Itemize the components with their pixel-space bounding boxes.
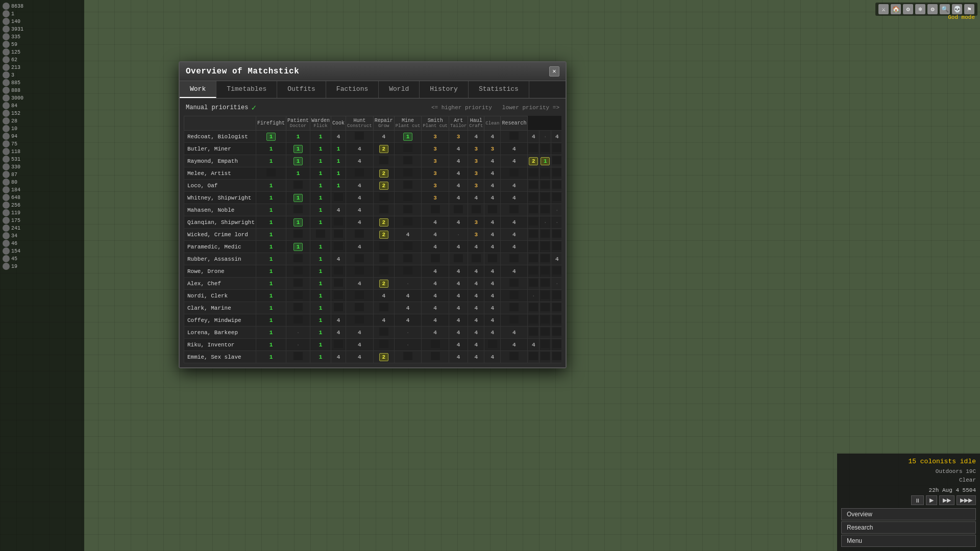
cell-empty[interactable]	[529, 193, 538, 201]
priority-cell[interactable]: 2	[379, 280, 388, 288]
work-cell-6-6[interactable]	[394, 204, 422, 216]
check-icon[interactable]: ✓	[251, 103, 256, 113]
work-cell-4-10[interactable]: 4	[484, 180, 501, 192]
priority-cell[interactable]: 4	[355, 218, 364, 227]
cell-empty[interactable]	[403, 156, 412, 164]
cell-empty[interactable]	[541, 352, 550, 360]
priority-cell[interactable]: 4	[379, 292, 388, 300]
work-cell-18-12[interactable]	[528, 351, 540, 363]
priority-cell[interactable]: 4	[355, 145, 364, 153]
work-cell-6-8[interactable]	[449, 204, 468, 216]
priority-cell[interactable]: 1	[266, 206, 276, 214]
priority-cell[interactable]: 3	[472, 169, 481, 178]
work-cell-16-3[interactable]: 4	[331, 327, 346, 339]
priority-cell[interactable]: 1	[293, 194, 303, 202]
cell-empty[interactable]	[379, 205, 388, 213]
priority-cell[interactable]: 4	[454, 194, 463, 202]
cell-empty[interactable]	[552, 193, 561, 201]
work-cell-13-1[interactable]	[286, 290, 310, 302]
work-cell-4-13[interactable]	[540, 180, 551, 192]
work-cell-15-4[interactable]	[346, 314, 374, 327]
work-cell-10-1[interactable]	[286, 253, 310, 265]
priority-cell[interactable]: 4	[431, 316, 440, 324]
cell-empty[interactable]	[529, 279, 538, 287]
work-cell-18-8[interactable]: 4	[449, 351, 468, 363]
cell-empty[interactable]	[334, 303, 343, 311]
cell-empty[interactable]	[541, 168, 550, 177]
work-cell-5-6[interactable]	[394, 192, 422, 204]
cell-empty[interactable]	[379, 303, 388, 311]
priority-cell[interactable]: 3	[472, 231, 481, 239]
work-cell-15-5[interactable]: 4	[373, 314, 394, 327]
work-cell-3-5[interactable]: 2	[373, 167, 394, 180]
work-cell-15-6[interactable]: 4	[394, 314, 422, 327]
work-cell-1-12[interactable]	[528, 143, 540, 155]
cell-empty[interactable]	[334, 230, 343, 238]
work-cell-11-10[interactable]: 4	[484, 265, 501, 278]
work-cell-3-0[interactable]	[256, 167, 286, 180]
work-cell-14-11[interactable]	[501, 302, 528, 314]
work-cell-14-10[interactable]: 4	[484, 302, 501, 314]
speed-1x[interactable]: ▶	[926, 495, 937, 505]
cell-empty[interactable]	[552, 230, 561, 238]
work-cell-5-10[interactable]: 4	[484, 192, 501, 204]
work-cell-3-10[interactable]: 4	[484, 167, 501, 180]
priority-cell[interactable]: 4	[472, 292, 481, 300]
cell-empty[interactable]	[541, 193, 550, 201]
work-cell-12-5[interactable]: 2	[373, 278, 394, 290]
work-cell-18-5[interactable]: 2	[373, 351, 394, 363]
cell-empty[interactable]	[334, 340, 343, 348]
priority-cell[interactable]: 4	[472, 329, 481, 337]
work-cell-8-8[interactable]: ·	[449, 229, 468, 241]
work-cell-9-0[interactable]: 1	[256, 241, 286, 253]
work-cell-11-6[interactable]	[394, 265, 422, 278]
work-cell-9-11[interactable]: 4	[501, 241, 528, 253]
work-cell-11-0[interactable]: 1	[256, 265, 286, 278]
work-cell-10-8[interactable]	[449, 253, 468, 265]
priority-cell[interactable]: 4	[355, 157, 364, 165]
work-cell-8-14[interactable]	[551, 229, 561, 241]
priority-cell[interactable]: 3	[431, 157, 440, 165]
work-cell-2-7[interactable]: 3	[422, 155, 449, 167]
priority-cell[interactable]: 1	[293, 218, 303, 227]
cell-empty[interactable]	[472, 254, 481, 262]
work-cell-4-3[interactable]: 1	[331, 180, 346, 192]
work-cell-2-12[interactable]: 2	[528, 155, 540, 167]
cell-empty[interactable]	[488, 340, 497, 348]
work-cell-16-4[interactable]: 4	[346, 327, 374, 339]
priority-cell[interactable]: 4	[454, 329, 463, 337]
work-cell-17-2[interactable]: 1	[310, 339, 331, 351]
priority-cell[interactable]: 1	[266, 218, 276, 227]
cell-empty[interactable]	[552, 242, 561, 250]
work-cell-5-0[interactable]: 1	[256, 192, 286, 204]
cell-empty[interactable]	[541, 254, 550, 262]
cell-empty[interactable]	[552, 144, 561, 152]
priority-cell[interactable]: 4	[472, 133, 481, 141]
priority-cell[interactable]: 4	[334, 255, 343, 263]
priority-cell[interactable]: 1	[293, 243, 303, 251]
work-cell-11-12[interactable]	[528, 265, 540, 278]
priority-cell[interactable]: 4	[488, 316, 497, 324]
work-cell-1-4[interactable]: 4	[346, 143, 374, 155]
priority-cell[interactable]: 4	[355, 182, 364, 190]
cell-empty[interactable]	[293, 291, 303, 299]
work-cell-5-5[interactable]	[373, 192, 394, 204]
work-cell-6-4[interactable]: 4	[346, 204, 374, 216]
work-cell-6-9[interactable]	[468, 204, 484, 216]
work-cell-18-1[interactable]	[286, 351, 310, 363]
cell-empty[interactable]	[552, 315, 561, 323]
work-table-wrapper[interactable]: Firefight PatientDoctor WardenFlick Cook…	[184, 116, 561, 363]
work-cell-12-7[interactable]: 4	[422, 278, 449, 290]
work-cell-8-5[interactable]: 2	[373, 229, 394, 241]
cell-empty[interactable]	[334, 217, 343, 226]
priority-cell[interactable]: 1	[316, 218, 325, 227]
work-cell-18-7[interactable]	[422, 351, 449, 363]
priority-cell[interactable]: 4	[454, 292, 463, 300]
priority-cell[interactable]: 4	[454, 145, 463, 153]
cell-empty[interactable]	[316, 230, 325, 238]
work-cell-14-2[interactable]: 1	[310, 302, 331, 314]
priority-cell[interactable]: 4	[509, 341, 519, 349]
work-cell-12-14[interactable]: ·	[551, 278, 561, 290]
priority-cell[interactable]: 3	[472, 218, 481, 227]
cell-empty[interactable]	[334, 279, 343, 287]
